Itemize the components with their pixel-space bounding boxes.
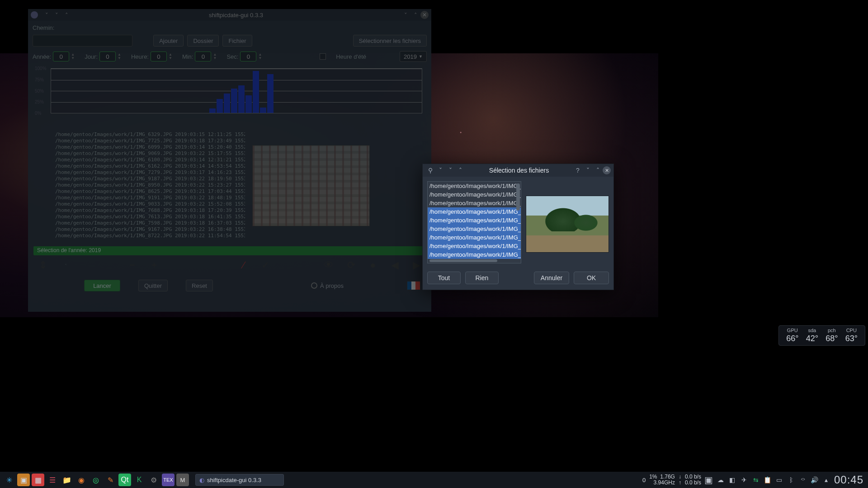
bluetooth-icon[interactable]: ᛒ <box>787 476 795 484</box>
sensor-col-cpu: CPU <box>842 328 862 334</box>
sensor-val-cpu: 63° <box>842 334 862 343</box>
kate-icon[interactable]: K <box>133 474 146 486</box>
volume-icon[interactable]: 🔊 <box>811 476 819 484</box>
app-icon-1[interactable]: ▦ <box>32 474 44 486</box>
window-lower2-icon[interactable]: ˅ <box>446 166 454 174</box>
pin-icon[interactable]: ⚲ <box>426 166 434 174</box>
shade-up-icon[interactable]: ˄ <box>594 166 602 174</box>
file-list-item[interactable]: /home/gentoo/Images/work/1/IMG_58… <box>428 225 521 233</box>
telegram-icon[interactable]: ✈ <box>740 476 748 484</box>
select-all-button[interactable]: Tout <box>427 272 461 284</box>
app-icon-3[interactable]: ◎ <box>90 474 102 486</box>
app-launcher-icon[interactable]: ✳ <box>3 474 15 486</box>
select-none-button[interactable]: Rien <box>465 272 499 284</box>
taskbar: ✳ ▣ ▦ ☰ 📁 ◉ ◎ ✎ Qt K ⚙ TEX M ◐ shiftpicd… <box>0 472 868 488</box>
cancel-button[interactable]: Annuler <box>534 272 569 284</box>
qt-icon[interactable]: Qt <box>118 474 131 486</box>
file-list-item[interactable]: /home/gentoo/Images/work/1/IMG_58… <box>428 182 521 190</box>
shade-down-icon[interactable]: ˅ <box>584 166 592 174</box>
dialog-titlebar: ⚲ ˅ ˅ ˄ Sélection des fichiers ? ˅ ˄ ✕ <box>423 164 613 177</box>
settings-icon[interactable]: ⚙ <box>147 474 160 486</box>
file-list-item[interactable]: /home/gentoo/Images/work/1/IMG_58… <box>428 199 521 207</box>
cpu-freq: 3.94GHz <box>654 480 675 486</box>
dialog-title: Sélection des fichiers <box>465 167 573 174</box>
horizontal-scrollbar[interactable] <box>429 259 497 262</box>
dialog-close-icon[interactable]: ✕ <box>603 166 611 174</box>
file-list-item[interactable]: /home/gentoo/Images/work/1/IMG_58… <box>428 233 521 242</box>
app-icon-2[interactable]: ☰ <box>46 474 59 486</box>
file-list-item[interactable]: /home/gentoo/Images/work/1/IMG_58… <box>428 207 521 216</box>
temperature-widget: GPU sda pch CPU 66° 42° 68° 63° <box>778 325 865 346</box>
cpu-cores: 0 <box>642 477 646 483</box>
cpu-stats: 1% 1.76G 3.94GHz <box>649 474 675 486</box>
tray-icon-1[interactable]: ◧ <box>728 476 736 484</box>
vertical-scrollbar[interactable] <box>516 183 520 211</box>
taskbar-active-app[interactable]: ◐ shiftpicdate-gui 0.3.3 <box>195 474 284 486</box>
tray-icon-2[interactable]: ▭ <box>775 476 783 484</box>
main-window: ˅ ˅ ˄ shiftpicdate-gui 0.3.3 ˅ ˄ ✕ Chemi… <box>28 9 431 312</box>
clock[interactable]: 00:45 <box>834 474 863 486</box>
file-preview-image <box>526 196 609 253</box>
cpu-chip-icon[interactable]: ▣ <box>705 476 713 484</box>
file-list-item[interactable]: /home/gentoo/Images/work/1/IMG_58… <box>428 242 521 250</box>
file-selection-dialog: ⚲ ˅ ˅ ˄ Sélection des fichiers ? ˅ ˄ ✕ /… <box>422 164 614 290</box>
cpu-mem: 1.76G <box>660 474 675 480</box>
terminal-icon[interactable]: ▣ <box>17 474 30 486</box>
app-task-title: shiftpicdate-gui 0.3.3 <box>207 477 261 483</box>
sensor-val-sda: 42° <box>802 334 822 343</box>
app-task-icon: ◐ <box>199 477 204 483</box>
ok-button[interactable]: OK <box>574 272 609 284</box>
sensor-col-gpu: GPU <box>783 328 802 334</box>
cpu-pct: 1% <box>649 474 657 480</box>
tex-icon[interactable]: TEX <box>162 474 175 486</box>
window-raise-icon[interactable]: ˄ <box>456 166 464 174</box>
clipboard-icon[interactable]: 📋 <box>764 476 772 484</box>
sensor-col-sda: sda <box>802 328 822 334</box>
sensor-val-pch: 68° <box>822 334 842 343</box>
file-list-item[interactable]: /home/gentoo/Images/work/1/IMG_58… <box>428 216 521 225</box>
cloud-icon[interactable]: ☁ <box>717 476 725 484</box>
net-stats: 0.0 b/s 0.0 b/s <box>685 474 701 486</box>
file-list[interactable]: /home/gentoo/Images/work/1/IMG_58…/home/… <box>427 181 521 263</box>
wifi-icon[interactable]: ⌔ <box>799 476 807 484</box>
tray-expand-icon[interactable]: ▴ <box>822 476 830 484</box>
file-list-item[interactable]: /home/gentoo/Images/work/1/IMG_58… <box>428 250 521 259</box>
sync-icon[interactable]: ⇆ <box>752 476 760 484</box>
net-arrows: ↓↑ <box>679 474 681 486</box>
window-lower-icon[interactable]: ˅ <box>436 166 444 174</box>
firefox-icon[interactable]: ◉ <box>75 474 88 486</box>
sensor-col-pch: pch <box>822 328 842 334</box>
file-list-item[interactable]: /home/gentoo/Images/work/1/IMG_58… <box>428 190 521 199</box>
modal-dim-overlay <box>28 9 431 312</box>
sensor-val-gpu: 66° <box>783 334 802 343</box>
file-manager-icon[interactable]: 📁 <box>61 474 73 486</box>
app-icon-4[interactable]: ✎ <box>104 474 117 486</box>
app-icon-m[interactable]: M <box>176 474 189 486</box>
arrow-up-icon: ↑ <box>679 480 681 486</box>
help-icon[interactable]: ? <box>574 166 582 174</box>
net-up: 0.0 b/s <box>685 480 701 486</box>
